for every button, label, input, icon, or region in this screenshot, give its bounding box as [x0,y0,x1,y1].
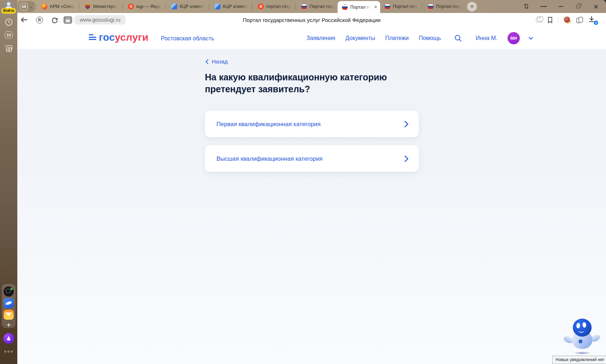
app-icon-dark-circle[interactable] [4,287,14,297]
collections-icon[interactable] [576,17,583,23]
option-label: Первая квалификационная категория [216,121,404,128]
site-header: госуслуги Ростовская область Заявления Д… [17,27,606,50]
tab-label: АРМ «Специа [50,4,76,9]
search-button[interactable] [454,34,462,42]
nav-link-dokumenty[interactable]: Документы [346,35,375,41]
tab-label: Портал госуд [309,4,335,9]
user-avatar[interactable]: МИ [508,32,520,44]
sidebar-panel-icon[interactable] [523,3,530,10]
browser-tab[interactable]: Портал госуд [380,0,421,13]
maximize-window-button[interactable] [575,3,581,10]
option-first-category[interactable]: Первая квалификационная категория [205,111,419,137]
question-heading: На какую квалификационную категорию прет… [205,71,389,95]
address-bar[interactable]: www.gosuslugi.ru [74,15,126,25]
browser-tab-active[interactable]: Портал гос ✕ [338,1,380,13]
divider [36,3,36,10]
more-options-icon[interactable] [4,351,13,352]
tab-counter-button[interactable]: 10 ⌄ [18,1,35,12]
tab-close-icon[interactable]: ✕ [373,5,378,9]
ring-icon [6,289,10,293]
assistant-robot-mascot[interactable] [558,317,605,355]
browser-profile[interactable]: Войти [0,1,17,14]
tab-label: Портал гос [350,5,371,10]
divider [166,3,166,10]
envelope-flap-icon [5,312,12,316]
tab-favicon-russian-flag-icon [428,4,434,9]
close-icon [593,4,598,9]
tab-favicon-russian-flag-icon [301,4,307,9]
window-controls [523,3,599,10]
nav-link-pomoshch[interactable]: Помощь [419,35,441,41]
browser-side-rail: Войти 10 + [0,0,17,364]
browser-tab[interactable]: АРМ «Специа [37,0,78,13]
browser-tab[interactable]: Министерств [80,0,121,13]
logo-part-red: услуги [115,32,149,43]
tab-label: Портал госуд [436,4,462,9]
toolbar-right-icons: 1 [536,15,606,24]
tab-label: портал госус [266,4,292,9]
divider [252,3,252,10]
tab-label: КЦР клиент [223,4,249,9]
close-window-button[interactable] [592,3,599,10]
divider [79,3,79,10]
browser-tab[interactable]: Портал госуд [297,0,338,13]
alice-glyph [6,336,11,341]
back-link[interactable]: Назад [205,58,228,65]
tab-label: КЦР клиент [180,4,206,9]
robot-shadow [574,352,591,354]
mail-app-icon[interactable] [4,310,14,320]
browser-tab[interactable]: Я портал госус [254,0,294,13]
nav-link-zayavleniya[interactable]: Заявления [307,35,335,41]
add-to-collections-icon[interactable] [536,17,542,22]
tab-favicon-blue-squares-icon [171,4,177,9]
notifications-tooltip: Новых уведомлений нет [552,356,606,364]
tab-favicon-russian-flag-icon [342,4,348,10]
tab-strip: 10 ⌄ АРМ «Специа Министерств Я кцр — Янд… [17,0,606,13]
tab-label: Министерств [93,4,119,9]
dot [8,351,9,352]
history-icon[interactable] [4,17,13,27]
login-badge[interactable]: Войти [1,8,16,14]
robot-smile [578,329,584,333]
new-tab-button[interactable]: + [467,2,477,12]
catalog-menu-icon[interactable] [89,34,96,41]
divider [558,16,558,23]
bookmark-panel-icon [523,4,530,10]
downloads-button[interactable]: 1 [588,15,597,24]
minimize-window-button[interactable] [558,3,564,10]
tab-manager-button[interactable]: 10 [4,30,13,40]
yandex-services-button[interactable]: Я [34,14,45,25]
tab-favicon-yandex-icon: Я [128,4,134,9]
camera-icon [4,45,13,53]
user-name[interactable]: Инна М. [476,35,497,41]
yandex-browser-app-icon[interactable] [4,298,14,308]
alice-assistant-icon[interactable] [3,333,14,344]
reload-button[interactable] [49,14,60,25]
add-app-button[interactable]: + [4,321,14,329]
option-highest-category[interactable]: Высшая квалификационная категория [205,145,419,172]
browser-tab[interactable]: КЦР клиент [210,0,251,13]
browser-menu-icon[interactable] [540,3,547,10]
dot [11,351,13,352]
site-nav: Заявления Документы Платежи Помощь Инна … [307,27,533,50]
reload-icon [51,17,58,23]
region-selector[interactable]: Ростовская область [161,35,214,42]
tab-favicon-russian-flag-icon [385,4,390,9]
gosuslugi-logo[interactable]: госуслуги [99,32,149,43]
screenshot-icon[interactable] [4,44,13,53]
tab-count-label: 10 [5,31,13,39]
browser-tab[interactable]: Я кцр — Яндек [124,0,164,13]
browser-tab[interactable]: Портал госуд [423,0,464,13]
site-security-lock-icon[interactable] [63,16,72,24]
nav-link-platezhi[interactable]: Платежи [385,35,409,41]
page-viewport: госуслуги Ростовская область Заявления Д… [17,27,606,364]
browser-tab[interactable]: КЦР клиент [167,0,208,13]
back-button[interactable] [19,14,30,25]
option-label: Высшая квалификационная категория [216,155,404,162]
robot-eye [576,323,580,329]
extension-pencil-icon[interactable] [563,16,571,24]
tab-label: кцр — Яндек [136,4,162,9]
tab-favicon-orange-sphere-icon [41,4,47,9]
account-chevron-down-icon[interactable] [528,37,533,40]
bookmark-icon[interactable] [547,17,553,23]
